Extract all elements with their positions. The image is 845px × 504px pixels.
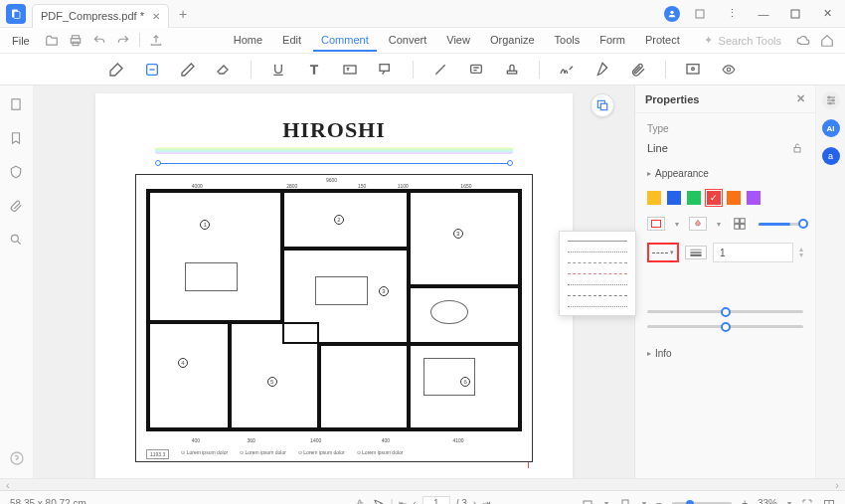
search-tools[interactable]: ✦ Search Tools <box>704 34 781 47</box>
line-weight-icon[interactable] <box>685 246 707 259</box>
opacity-slider[interactable] <box>759 223 803 226</box>
scroll-right-icon[interactable]: › <box>835 479 839 491</box>
stroke-color-button[interactable] <box>647 217 665 231</box>
scroll-left-icon[interactable]: ‹ <box>6 479 10 491</box>
close-window-icon[interactable]: ✕ <box>815 4 839 24</box>
thickness-stepper[interactable]: ▴▾ <box>799 247 803 258</box>
close-tab-icon[interactable]: ✕ <box>152 11 160 22</box>
tab-home[interactable]: Home <box>226 30 270 52</box>
maximize-icon[interactable] <box>783 4 807 24</box>
open-icon[interactable] <box>44 33 60 49</box>
opacity-icon[interactable] <box>731 217 749 231</box>
share-icon[interactable] <box>148 33 164 49</box>
thickness-input[interactable]: 1 <box>713 243 793 262</box>
floating-action-button[interactable] <box>591 93 614 117</box>
area-highlight-tool[interactable] <box>143 61 161 79</box>
secondary-slider-2[interactable] <box>647 325 803 328</box>
zoom-out-icon[interactable]: − <box>656 498 662 504</box>
eraser-tool[interactable] <box>215 61 233 79</box>
swatch-purple[interactable] <box>747 191 760 205</box>
lock-icon[interactable] <box>791 142 803 154</box>
text-tool[interactable] <box>305 61 323 79</box>
note-tool[interactable] <box>467 61 485 79</box>
reading-mode-icon[interactable] <box>823 498 835 505</box>
document-canvas[interactable]: HIROSHI 1 2 <box>34 85 634 478</box>
redo-icon[interactable] <box>115 33 131 49</box>
home-icon[interactable] <box>819 33 835 49</box>
zoom-in-icon[interactable]: + <box>742 498 748 504</box>
stamp-tool[interactable] <box>503 61 521 79</box>
line-tool[interactable] <box>431 61 449 79</box>
dash-solid[interactable] <box>564 238 631 244</box>
dash-extra[interactable] <box>564 303 631 309</box>
dash-dashed[interactable] <box>564 259 631 265</box>
highlight-tool[interactable] <box>107 61 125 79</box>
pencil-tool[interactable] <box>179 61 197 79</box>
show-comments-tool[interactable] <box>720 61 738 79</box>
signature-tool[interactable] <box>558 61 576 79</box>
close-panel-icon[interactable]: ✕ <box>796 92 805 105</box>
more-icon[interactable]: ⋮ <box>720 4 744 24</box>
info-section[interactable]: Info <box>647 348 803 359</box>
page-input[interactable]: 1 <box>422 496 450 504</box>
underline-tool[interactable] <box>269 61 287 79</box>
ai-strip-icon[interactable]: AI <box>822 119 840 137</box>
pen-tool[interactable] <box>593 61 611 79</box>
security-icon[interactable] <box>9 165 25 181</box>
select-tool-icon[interactable] <box>373 498 385 505</box>
textbox-tool[interactable] <box>341 61 359 79</box>
fit-width-icon[interactable] <box>581 498 594 505</box>
swatch-green[interactable] <box>687 191 701 205</box>
prev-page-icon[interactable]: ‹ <box>413 498 416 504</box>
handle-left[interactable] <box>155 160 161 166</box>
callout-tool[interactable] <box>377 61 395 79</box>
tab-tools[interactable]: Tools <box>547 30 589 52</box>
swatch-blue[interactable] <box>667 191 681 205</box>
swatch-red[interactable] <box>707 191 721 205</box>
minimize-icon[interactable]: — <box>752 4 775 24</box>
attachment-tool[interactable] <box>629 61 647 79</box>
fill-color-button[interactable] <box>689 217 707 231</box>
appearance-section[interactable]: Appearance <box>647 168 803 179</box>
hand-tool-icon[interactable] <box>355 498 367 505</box>
line-style-dropdown[interactable]: ▾ <box>647 243 679 262</box>
tab-protect[interactable]: Protect <box>637 30 688 52</box>
swatch-orange[interactable] <box>727 191 741 205</box>
tab-convert[interactable]: Convert <box>381 30 435 52</box>
dash-long[interactable] <box>564 292 631 298</box>
first-page-icon[interactable]: ⇤ <box>399 498 407 504</box>
add-tab-button[interactable]: + <box>179 6 187 22</box>
print-icon[interactable] <box>68 33 84 49</box>
handle-right[interactable] <box>507 160 513 166</box>
file-menu[interactable]: File <box>4 31 38 51</box>
dash-fine-dot[interactable] <box>564 281 631 287</box>
bookmarks-icon[interactable] <box>9 131 25 147</box>
document-tab[interactable]: PDF_Compress.pdf * ✕ <box>32 4 169 28</box>
tab-edit[interactable]: Edit <box>274 30 309 52</box>
tab-form[interactable]: Form <box>592 30 633 52</box>
cloud-icon[interactable] <box>795 33 811 49</box>
thumbnails-icon[interactable] <box>9 97 25 113</box>
dash-dashdot[interactable] <box>564 270 631 276</box>
user-avatar[interactable] <box>664 6 680 22</box>
dash-dotted[interactable] <box>564 249 631 254</box>
secondary-slider-1[interactable] <box>647 310 803 313</box>
search-icon[interactable] <box>9 233 25 249</box>
window-menu-icon[interactable] <box>688 4 712 24</box>
swatch-yellow[interactable] <box>647 191 661 205</box>
line-annotation[interactable] <box>155 160 513 166</box>
hide-tool[interactable] <box>684 61 702 79</box>
tab-organize[interactable]: Organize <box>482 30 543 52</box>
view-mode-icon[interactable] <box>618 498 632 505</box>
translate-strip-icon[interactable]: a <box>822 147 840 165</box>
next-page-icon[interactable]: › <box>473 498 476 504</box>
last-page-icon[interactable]: ⇥ <box>482 498 490 504</box>
settings-strip-icon[interactable] <box>822 91 840 109</box>
horizontal-scroll[interactable]: ‹ › <box>0 478 845 490</box>
fullscreen-icon[interactable] <box>801 498 813 505</box>
attachments-icon[interactable] <box>9 199 25 215</box>
tab-comment[interactable]: Comment <box>313 30 377 52</box>
help-icon[interactable] <box>9 450 25 466</box>
tab-view[interactable]: View <box>438 30 478 52</box>
undo-icon[interactable] <box>91 33 107 49</box>
